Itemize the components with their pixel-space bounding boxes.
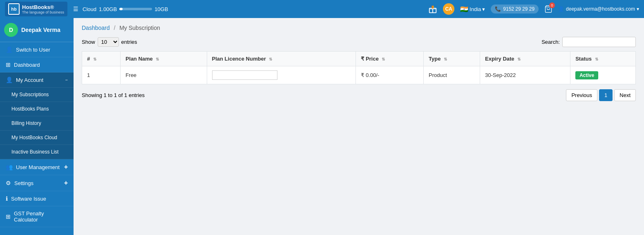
cell-status: Active xyxy=(570,66,636,84)
user-email-area[interactable]: 👤 deepak.verma@hostbooks.com ▾ xyxy=(558,6,639,12)
cell-expiry: 30-Sep-2022 xyxy=(480,66,570,84)
sidebar-label-dashboard: Dashboard xyxy=(14,62,40,68)
col-plan-licence: Plan Licence Number ⇅ xyxy=(207,52,356,66)
sidebar-label-software-issue: Software Issue xyxy=(11,196,46,202)
dashboard-icon: ⊞ xyxy=(6,61,11,68)
sidebar-user-avatar: D xyxy=(4,23,18,37)
previous-button[interactable]: Previous xyxy=(566,89,597,101)
sort-icon-price: ⇅ xyxy=(382,57,385,61)
table-row: 1 Free ₹ 0.00/- Product 30-Sep-2022 Acti… xyxy=(82,66,636,84)
sidebar-item-dashboard[interactable]: ⊞ Dashboard xyxy=(0,57,74,72)
phone-number: 9152 29 29 29 xyxy=(503,6,534,12)
filter-row: Show 10 25 50 100 entries Search: xyxy=(82,37,636,47)
phone-icon: 📞 xyxy=(495,6,501,12)
col-plan-name: Plan Name ⇅ xyxy=(121,52,207,66)
cell-plan-licence xyxy=(207,66,356,84)
breadcrumb-home[interactable]: Dashboard xyxy=(82,25,110,31)
search-input[interactable] xyxy=(562,37,636,47)
user-dropdown-arrow: ▾ xyxy=(637,6,639,12)
nav-icons: CA 🇮🇳 India ▾ 📞 9152 29 29 29 0 xyxy=(428,3,639,15)
main-content: Dashboard / My Subscription Show 10 25 5… xyxy=(74,18,644,235)
sidebar-label-inactive-business: Inactive Business List xyxy=(11,149,58,155)
sort-icon-num: ⇅ xyxy=(93,57,96,61)
sidebar-item-switch-to-user[interactable]: 👤 Switch to User xyxy=(0,42,74,57)
page-1-button[interactable]: 1 xyxy=(599,89,613,101)
sidebar-item-billing-history[interactable]: Billing History xyxy=(0,116,74,131)
status-badge: Active xyxy=(575,71,598,79)
logo-area: hb HostBooks® The language of business xyxy=(5,2,67,16)
showing-text: Showing 1 to 1 of 1 entries xyxy=(82,92,145,98)
sidebar-label-billing-history: Billing History xyxy=(11,120,41,126)
sidebar-item-my-account[interactable]: 👤 My Account − xyxy=(0,72,74,88)
sidebar-item-my-subscriptions[interactable]: My Subscriptions xyxy=(0,88,74,102)
sidebar-label-user-management: User Management xyxy=(16,164,60,170)
sort-icon-type: ⇅ xyxy=(444,57,447,61)
sidebar-label-my-hostbooks-cloud: My HostBooks Cloud xyxy=(11,135,57,140)
software-issue-icon: ℹ xyxy=(6,195,8,202)
sidebar-label-my-account: My Account xyxy=(16,77,43,83)
logo-box: hb xyxy=(8,3,20,15)
next-button[interactable]: Next xyxy=(614,89,636,101)
sidebar-item-gst-penalty[interactable]: ⊞ GST Penalty Calculator xyxy=(0,206,74,227)
sidebar-label-my-subscriptions: My Subscriptions xyxy=(11,92,49,97)
sidebar-item-settings[interactable]: ⚙ Settings + xyxy=(0,175,74,191)
col-expiry: Expiry Date ⇅ xyxy=(480,52,570,66)
breadcrumb-separator: / xyxy=(114,25,115,31)
user-avatar-small: 👤 xyxy=(558,6,564,12)
hamburger-button[interactable]: ☰ xyxy=(73,6,78,12)
cell-price: ₹ 0.00/- xyxy=(356,66,424,84)
sidebar-item-hostbooks-plans[interactable]: HostBooks Plans xyxy=(0,102,74,116)
brand-info: HostBooks® The language of business xyxy=(22,4,64,14)
sidebar-item-my-hostbooks-cloud[interactable]: My HostBooks Cloud xyxy=(0,131,74,145)
sidebar-item-inactive-business[interactable]: Inactive Business List xyxy=(0,145,74,159)
settings-icon: ⚙ xyxy=(6,180,11,186)
cell-plan-name: Free xyxy=(121,66,207,84)
table-footer: Showing 1 to 1 of 1 entries Previous 1 N… xyxy=(82,89,636,101)
cloud-storage-info: Cloud 1.00GB 10GB xyxy=(83,6,168,12)
col-type: Type ⇅ xyxy=(423,52,480,66)
sort-icon-plan-name: ⇅ xyxy=(156,57,159,61)
my-account-icon: 👤 xyxy=(6,77,13,83)
my-account-chevron: − xyxy=(65,77,68,82)
storage-used: 1.00GB xyxy=(99,6,117,12)
table-header-row: # ⇅ Plan Name ⇅ Plan Licence Number ⇅ ₹ … xyxy=(82,52,636,66)
user-panel: D Deepak Verma xyxy=(0,18,74,42)
storage-fill xyxy=(119,8,123,10)
user-email-text: deepak.verma@hostbooks.com xyxy=(566,6,635,12)
sort-icon-expiry: ⇅ xyxy=(517,57,521,61)
sidebar-label-settings: Settings xyxy=(14,180,34,186)
top-navigation: hb HostBooks® The language of business ☰… xyxy=(0,0,644,18)
entries-label: entries xyxy=(121,39,137,45)
storage-bar xyxy=(119,8,152,10)
sort-icon-licence: ⇅ xyxy=(269,57,272,61)
col-status: Status ⇅ xyxy=(570,52,636,66)
entries-select[interactable]: 10 25 50 100 xyxy=(98,37,119,47)
gst-penalty-icon: ⊞ xyxy=(6,213,11,220)
sidebar-label-hostbooks-plans: HostBooks Plans xyxy=(11,106,49,112)
subscriptions-table: # ⇅ Plan Name ⇅ Plan Licence Number ⇅ ₹ … xyxy=(82,51,636,84)
licence-input[interactable] xyxy=(212,70,277,80)
sidebar-item-user-management[interactable]: 👥 User Management + xyxy=(0,159,74,175)
user-avatar-top[interactable]: CA xyxy=(443,3,454,15)
sidebar-label-switch-to-user: Switch to User xyxy=(16,47,50,53)
breadcrumb: Dashboard / My Subscription xyxy=(82,25,636,31)
logo-initials: hb xyxy=(11,7,16,11)
country-dropdown-icon: ▾ xyxy=(482,6,485,12)
pagination: Previous 1 Next xyxy=(566,89,636,101)
sidebar-item-software-issue[interactable]: ℹ Software Issue xyxy=(0,191,74,206)
phone-button[interactable]: 📞 9152 29 29 29 xyxy=(491,5,539,14)
sort-icon-status: ⇅ xyxy=(595,57,598,61)
sidebar-label-gst-penalty: GST Penalty Calculator xyxy=(14,210,68,223)
gift-icon-button[interactable] xyxy=(428,5,437,14)
country-selector[interactable]: 🇮🇳 India ▾ xyxy=(460,5,485,13)
user-management-icon: 👥 xyxy=(6,164,13,170)
country-label: India xyxy=(470,6,481,12)
user-management-plus[interactable]: + xyxy=(64,163,68,171)
cart-badge: 0 xyxy=(549,2,555,8)
flag-icon: 🇮🇳 xyxy=(460,5,468,13)
show-label: Show xyxy=(82,39,95,45)
cart-wrapper[interactable]: 0 xyxy=(544,5,552,13)
show-entries: Show 10 25 50 100 entries xyxy=(82,37,137,47)
settings-plus[interactable]: + xyxy=(64,179,68,187)
brand-tagline: The language of business xyxy=(22,10,64,14)
